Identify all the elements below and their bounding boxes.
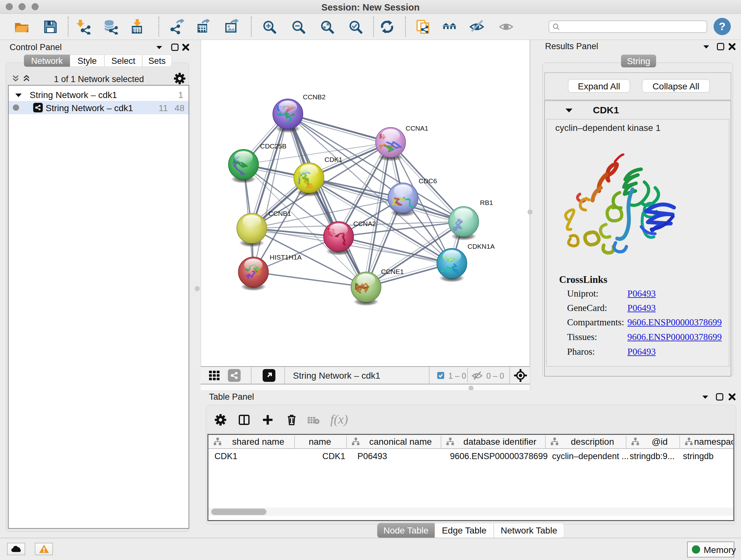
svg-text:CCNA1: CCNA1 [406,125,428,132]
svg-text:CCNB1: CCNB1 [268,210,291,217]
svg-text:CDC25B: CDC25B [260,142,286,150]
svg-text:CCNB2: CCNB2 [303,93,326,101]
svg-text:CCNE1: CCNE1 [381,268,404,275]
svg-text:RB1: RB1 [480,199,493,206]
svg-text:CDK1: CDK1 [325,156,342,163]
svg-text:HIST1H1A: HIST1H1A [270,253,301,261]
svg-text:CCNA2: CCNA2 [353,220,376,227]
svg-text:CDC6: CDC6 [419,177,437,185]
svg-text:CDKN1A: CDKN1A [468,243,495,250]
